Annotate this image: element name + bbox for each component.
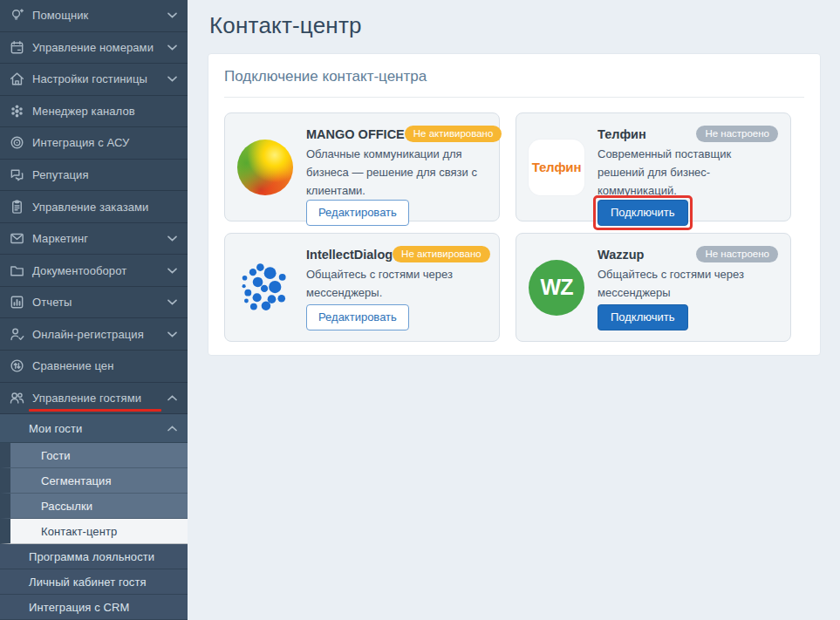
sidebar-item-label: Отчеты — [32, 296, 72, 309]
sidebar-item-room-management[interactable]: Управление номерами — [0, 32, 188, 65]
sidebar: Помощник Управление номерами Настройки г… — [0, 0, 188, 620]
sidebar-item-label: Онлайн-регистрация — [32, 328, 144, 341]
provider-name: IntellectDialog — [306, 248, 393, 262]
sidebar-item-label: Репутация — [32, 168, 89, 181]
main-content: Контакт-центр Подключение контакт-центра… — [188, 0, 840, 620]
sidebar-item-label: Контакт-центр — [41, 525, 117, 538]
sidebar-item-document-flow[interactable]: Документооборот — [0, 255, 188, 287]
sidebar-item-guests[interactable]: Гости — [0, 443, 188, 468]
sidebar-item-price-comparison[interactable]: Сравнение цен — [0, 351, 188, 383]
wazzup-logo: WZ — [529, 260, 584, 316]
card-body: MANGO OFFICE Не активировано Облачные ко… — [306, 124, 487, 210]
panel-divider — [224, 97, 804, 98]
sidebar-item-marketing[interactable]: Маркетинг — [0, 223, 188, 255]
chevron-down-icon — [167, 331, 177, 337]
mango-logo — [237, 140, 293, 195]
chevron-down-icon — [167, 12, 177, 18]
sidebar-item-label: Управление гостями — [32, 392, 141, 405]
connect-button[interactable]: Подключить — [598, 304, 688, 330]
sidebar-item-my-guests[interactable]: Мои гости — [0, 414, 188, 443]
chevron-up-icon — [167, 395, 177, 401]
panel-title: Подключение контакт-центра — [224, 68, 804, 85]
sidebar-item-label: Сравнение цен — [32, 359, 113, 372]
edit-button[interactable]: Редактировать — [306, 200, 409, 226]
card-body: IntellectDialog Не активировано Общайтес… — [306, 244, 487, 330]
sidebar-item-label: Настройки гостиницы — [32, 72, 147, 85]
sidebar-item-channel-manager[interactable]: Менеджер каналов — [0, 96, 188, 128]
sidebar-item-loyalty-program[interactable]: Программа лояльности — [0, 544, 188, 569]
sidebar-item-crm-integration[interactable]: Интеграция с CRM — [0, 595, 188, 620]
chevron-down-icon — [167, 76, 177, 82]
logo-column: WZ — [529, 244, 584, 330]
connect-button[interactable]: Подключить — [598, 200, 688, 226]
envelope-icon — [8, 230, 25, 248]
sidebar-item-guest-cabinet[interactable]: Личный кабинет гостя — [0, 569, 188, 595]
calendar-icon — [8, 38, 25, 56]
logo-column — [237, 244, 293, 330]
sidebar-item-label: Помощник — [32, 9, 88, 22]
sidebar-item-contact-center[interactable]: Контакт-центр — [0, 519, 188, 544]
sidebar-item-online-registration[interactable]: Онлайн-регистрация — [0, 318, 188, 351]
provider-description: Общайтесь с гостями через мессенджеры — [598, 265, 778, 302]
provider-description: Облачные коммуникации для бизнеса — реше… — [306, 145, 487, 200]
provider-name: Wazzup — [598, 248, 644, 262]
status-badge: Не активировано — [405, 126, 502, 142]
status-badge: Не активировано — [393, 246, 490, 262]
edit-button[interactable]: Редактировать — [306, 304, 409, 330]
sidebar-item-guest-management[interactable]: Управление гостями — [0, 383, 188, 415]
sidebar-item-label: Рассылки — [41, 500, 92, 513]
intellectdialog-logo — [239, 262, 291, 314]
integration-card-intellectdialog: IntellectDialog Не активировано Общайтес… — [224, 233, 500, 342]
integration-card-telfin: Телфин Телфин Не настроено Современный п… — [516, 112, 791, 221]
sidebar-item-reports[interactable]: Отчеты — [0, 287, 188, 319]
sidebar-item-mailings[interactable]: Рассылки — [0, 494, 188, 519]
sidebar-item-label: Маркетинг — [32, 232, 88, 245]
sidebar-item-label: Документооборот — [32, 264, 126, 277]
guests-icon — [8, 389, 25, 406]
integration-card-mango-office: MANGO OFFICE Не активировано Облачные ко… — [224, 112, 500, 221]
sidebar-item-pms-integration[interactable]: Интеграция с АСУ — [0, 127, 188, 160]
provider-description: Общайтесь с гостями через мессенджеры. — [306, 265, 487, 302]
person-check-icon — [8, 325, 25, 343]
contact-center-panel: Подключение контакт-центра MANGO OFFICE … — [208, 53, 821, 356]
folder-icon — [8, 262, 25, 279]
page-title: Контакт-центр — [188, 0, 840, 39]
card-body: Wazzup Не настроено Общайтесь с гостями … — [598, 244, 778, 330]
sidebar-item-label: Управление номерами — [32, 41, 154, 54]
sidebar-item-label: Интеграция с CRM — [29, 601, 129, 614]
sidebar-item-assistant[interactable]: Помощник — [0, 0, 188, 32]
provider-name: Телфин — [598, 127, 646, 141]
chevron-down-icon — [167, 268, 177, 274]
sidebar-item-label: Управление заказами — [32, 201, 148, 214]
house-icon — [8, 71, 25, 88]
integration-cards-grid: MANGO OFFICE Не активировано Облачные ко… — [224, 112, 804, 342]
chevron-up-icon — [167, 426, 177, 432]
red-underline-annotation — [29, 409, 161, 412]
price-compare-icon — [8, 358, 25, 375]
sidebar-item-order-management[interactable]: Управление заказами — [0, 191, 188, 223]
sidebar-item-label: Программа лояльности — [29, 550, 154, 563]
sidebar-item-label: Сегментация — [41, 474, 112, 487]
status-badge: Не настроено — [696, 126, 778, 142]
red-annotation-box: Подключить — [593, 195, 693, 230]
chevron-down-icon — [167, 44, 177, 51]
status-badge: Не настроено — [696, 246, 778, 262]
chat-bubbles-icon — [8, 167, 25, 184]
channels-icon — [8, 102, 25, 119]
telfin-logo: Телфин — [529, 140, 584, 195]
sidebar-item-label: Мои гости — [29, 422, 82, 435]
sidebar-item-label: Гости — [41, 449, 71, 462]
integration-icon — [8, 134, 25, 152]
provider-description: Современный поставщик решений для бизнес… — [598, 145, 778, 200]
chevron-down-icon — [167, 299, 177, 305]
chevron-down-icon — [167, 235, 177, 242]
document-icon — [8, 198, 25, 215]
sidebar-item-label: Интеграция с АСУ — [32, 136, 129, 149]
logo-column: Телфин — [529, 124, 584, 210]
sidebar-item-segmentation[interactable]: Сегментация — [0, 468, 188, 494]
sidebar-item-label: Личный кабинет гостя — [29, 576, 147, 589]
sidebar-item-hotel-settings[interactable]: Настройки гостиницы — [0, 64, 188, 96]
assistant-icon — [8, 7, 25, 24]
integration-card-wazzup: WZ Wazzup Не настроено Общайтесь с гостя… — [516, 233, 791, 342]
sidebar-item-reputation[interactable]: Репутация — [0, 160, 188, 192]
